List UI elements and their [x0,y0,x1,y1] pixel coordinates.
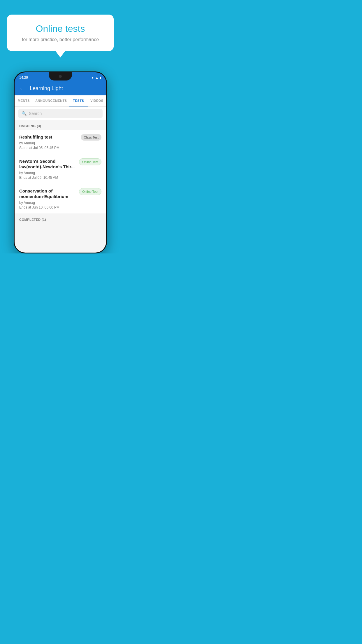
test-time: Starts at Jul 05, 05:45 PM [19,146,78,150]
search-placeholder: Search [29,111,42,116]
signal-icon: ▲ [95,76,99,79]
volume-buttons [14,96,14,114]
tab-ments[interactable]: MENTS [15,95,33,106]
hero-subtitle: for more practice, better performance [15,37,106,42]
test-item[interactable]: Reshuffling test by Anurag Starts at Jul… [15,130,106,154]
camera [59,75,62,78]
test-item[interactable]: Newton's Second law(contd)-Newton's Thir… [15,154,106,184]
battery-icon: ▮ [100,76,101,80]
app-bar: ← Learning Light [15,82,106,95]
phone-mockup: 14:29 ▼ ▲ ▮ ← Learning Light MENTS ANNOU… [0,71,121,253]
speech-bubble: Online tests for more practice, better p… [7,15,114,51]
test-title: Newton's Second law(contd)-Newton's Thir… [19,158,76,170]
test-time: Ends at Jun 10, 06:00 PM [19,205,76,209]
test-author: by Anurag [19,201,76,205]
hero-section: Online tests for more practice, better p… [0,0,121,60]
test-badge: Class Test [81,134,101,141]
tab-videos[interactable]: VIDEOS [88,95,106,106]
search-bar: 🔍 Search [15,107,106,120]
vol-up [14,96,14,104]
status-icons: ▼ ▲ ▮ [91,76,101,80]
test-item-left: Conservation of momentum-Equilibrium by … [19,188,76,209]
completed-label: COMPLETED (1) [19,218,46,221]
test-author: by Anurag [19,141,78,145]
phone-frame: 14:29 ▼ ▲ ▮ ← Learning Light MENTS ANNOU… [14,71,107,253]
test-badge: Online Test [79,188,101,195]
status-time: 14:29 [19,76,28,80]
vol-down [14,106,14,114]
back-button[interactable]: ← [19,85,25,92]
ongoing-label: ONGOING (3) [19,124,41,128]
test-item-left: Newton's Second law(contd)-Newton's Thir… [19,158,76,180]
app-bar-title: Learning Light [30,85,63,92]
search-input-wrapper[interactable]: 🔍 Search [18,109,103,118]
test-list: Reshuffling test by Anurag Starts at Jul… [15,130,106,214]
wifi-icon: ▼ [91,76,94,79]
search-icon: 🔍 [22,111,27,116]
test-badge: Online Test [79,158,101,165]
tab-announcements[interactable]: ANNOUNCEMENTS [33,95,69,106]
tab-bar: MENTS ANNOUNCEMENTS TESTS VIDEOS [15,95,106,107]
test-item-left: Reshuffling test by Anurag Starts at Jul… [19,134,78,150]
test-item[interactable]: Conservation of momentum-Equilibrium by … [15,184,106,214]
phone-notch [49,72,72,80]
test-time: Ends at Jul 06, 10:45 AM [19,176,76,180]
phone-content: 🔍 Search ONGOING (3) Reshuffling test by… [15,107,106,253]
hero-title: Online tests [15,23,106,34]
test-title: Reshuffling test [19,134,78,140]
test-title: Conservation of momentum-Equilibrium [19,188,76,200]
test-author: by Anurag [19,171,76,175]
power-button [106,102,107,119]
tab-tests[interactable]: TESTS [69,95,88,106]
ongoing-section-header: ONGOING (3) [15,120,106,130]
completed-section-header: COMPLETED (1) [15,214,106,224]
